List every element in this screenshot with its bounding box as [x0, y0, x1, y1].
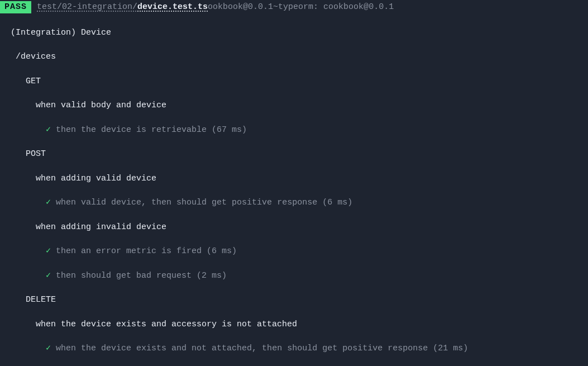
test-tree: (Integration) Device /devices GET when v… — [0, 15, 588, 366]
test-result-line: ✓ then the device is retrievable (67 ms) — [6, 124, 588, 136]
file-path-name: device.test.ts — [137, 2, 208, 12]
check-icon: ✓ — [46, 344, 51, 353]
test-label: when valid device, then should get posit… — [56, 198, 352, 207]
test-result-line: ✓ then an error metric is fired (6 ms) — [6, 245, 588, 258]
test-label: when the device exists and not attached,… — [56, 344, 468, 353]
check-icon: ✓ — [46, 246, 51, 256]
check-icon: ✓ — [46, 125, 51, 135]
pass-badge: PASS — [0, 1, 31, 13]
describe-post-invalid: when adding invalid device — [6, 221, 588, 234]
file-path-dir: test/02-integration/ — [37, 2, 137, 12]
header-extra-text: ookbook@0.0.1~typeorm: cookbook@0.0.1 — [208, 2, 394, 12]
test-label: then an error metric is fired (6 ms) — [56, 246, 237, 256]
method-get: GET — [6, 75, 588, 88]
test-result-line: ✓ when the device exists and not attache… — [6, 343, 588, 355]
route-devices: /devices — [6, 51, 588, 63]
test-label: then the device is retrievable (67 ms) — [56, 125, 247, 135]
check-icon: ✓ — [46, 198, 51, 207]
file-path-wrapper: test/02-integration/device.test.tsookboo… — [31, 1, 394, 13]
test-file-header: PASS test/02-integration/device.test.tso… — [0, 0, 588, 15]
method-post: POST — [6, 148, 588, 160]
method-delete: DELETE — [6, 294, 588, 306]
test-result-line: ✓ when valid device, then should get pos… — [6, 197, 588, 209]
describe-get-valid: when valid body and device — [6, 99, 588, 112]
describe-post-valid: when adding valid device — [6, 173, 588, 185]
test-result-line: ✓ then should get bad request (2 ms) — [6, 270, 588, 282]
describe-delete-exists: when the device exists and accessory is … — [6, 319, 588, 331]
test-label: then should get bad request (2 ms) — [56, 271, 227, 281]
check-icon: ✓ — [46, 271, 51, 281]
suite-name: (Integration) Device — [6, 27, 588, 39]
